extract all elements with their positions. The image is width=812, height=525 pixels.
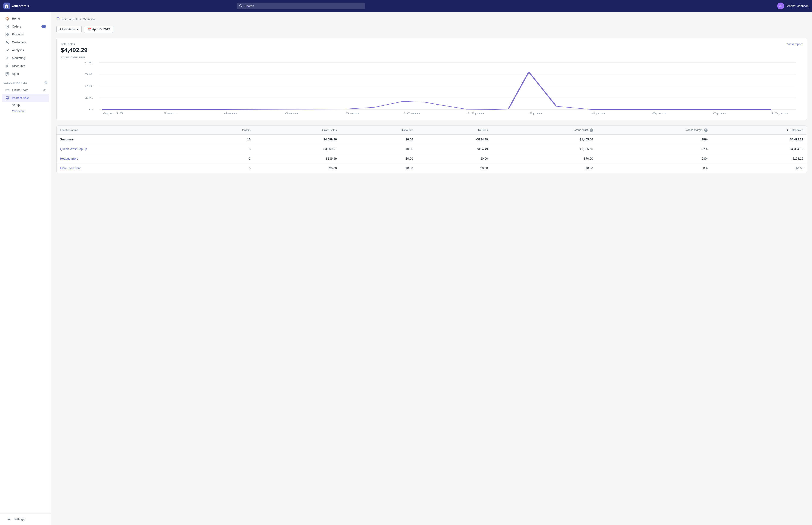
chart-svg: 4K 3K 2K 1K 0 Apr 15 2am 4am 6am 8am 10a… (61, 60, 802, 116)
row-0-total-sales: $4,334.10 (711, 144, 807, 154)
view-report-link[interactable]: View report (787, 43, 802, 46)
sidebar-sub-overview[interactable]: Overview (2, 108, 49, 114)
date-filter[interactable]: 📅 Apr. 15, 2019 (84, 26, 113, 33)
location-filter[interactable]: All locations ▾ (56, 26, 82, 33)
summary-gross-margin: 38% (596, 134, 711, 144)
top-nav: Your store ▾ JJ Jennifer Johnson (0, 0, 812, 12)
sidebar-item-analytics[interactable]: Analytics (2, 46, 49, 54)
avatar-image: JJ (777, 3, 784, 10)
svg-rect-13 (8, 72, 9, 74)
sidebar-item-discounts[interactable]: Discounts (2, 62, 49, 70)
total-sales-label: Total sales (61, 43, 88, 46)
row-2-returns: $0.00 (417, 163, 491, 173)
marketing-icon (5, 56, 10, 60)
svg-rect-4 (6, 33, 7, 34)
row-2-gross-sales: $0.00 (254, 163, 340, 173)
table-row: Queen West Pop-up 8 $3,959.97 $0.00 -$12… (57, 144, 807, 154)
summary-label: Summary (57, 134, 192, 144)
sidebar-label-apps: Apps (12, 72, 19, 76)
online-store-eye-icon[interactable]: 👁 (43, 88, 46, 92)
add-sales-channel-icon[interactable]: ⊕ (44, 80, 48, 85)
elgin-storefront-link[interactable]: Elgin Storefront (60, 166, 81, 170)
svg-rect-7 (8, 34, 9, 36)
svg-rect-6 (6, 34, 7, 36)
orders-badge: 4 (41, 25, 46, 28)
gross-margin-help-icon[interactable]: ? (704, 129, 708, 132)
sidebar-label-home: Home (12, 17, 20, 20)
svg-text:2am: 2am (163, 112, 177, 115)
user-avatar[interactable]: JJ Jennifer Johnson (777, 3, 809, 10)
row-1-discounts: $0.00 (340, 154, 417, 163)
row-1-total-sales: $158.19 (711, 154, 807, 163)
svg-rect-14 (6, 74, 7, 75)
settings-label: Settings (14, 518, 25, 521)
row-0-location: Queen West Pop-up (57, 144, 192, 154)
svg-rect-17 (6, 97, 9, 99)
breadcrumb-current: Overview (83, 17, 95, 21)
sidebar-label-customers: Customers (12, 41, 27, 44)
user-name: Jennifer Johnson (786, 4, 809, 8)
svg-text:4am: 4am (224, 112, 237, 115)
col-gross-margin: Gross margin ? (596, 126, 711, 134)
store-logo (3, 3, 10, 10)
breadcrumb-separator: / (80, 17, 81, 21)
sidebar-item-marketing[interactable]: Marketing (2, 54, 49, 62)
row-2-gross-margin: 0% (596, 163, 711, 173)
col-location: Location name (57, 126, 192, 134)
gross-profit-help-icon[interactable]: ? (590, 129, 593, 132)
svg-text:6am: 6am (285, 112, 299, 115)
sidebar-sub-setup[interactable]: Setup (2, 102, 49, 108)
sales-table: Location name Orders Gross sales Discoun… (57, 126, 807, 173)
svg-rect-15 (6, 89, 9, 91)
headquarters-link[interactable]: Headquarters (60, 157, 78, 160)
sidebar-label-discounts: Discounts (12, 64, 25, 68)
svg-rect-21 (57, 17, 59, 19)
online-store-icon (5, 88, 10, 92)
sidebar-item-orders[interactable]: Orders 4 (2, 22, 49, 30)
sidebar-item-home[interactable]: 🏠 Home (2, 15, 49, 22)
search-input[interactable] (237, 3, 365, 10)
summary-gross-profit: $1,405.50 (491, 134, 596, 144)
chart-label: SALES OVER TIME (61, 56, 802, 59)
sidebar-item-point-of-sale[interactable]: Point of Sale (2, 94, 49, 102)
row-2-discounts: $0.00 (340, 163, 417, 173)
sidebar-item-settings[interactable]: Settings (3, 515, 48, 523)
svg-point-10 (8, 66, 8, 67)
sidebar-item-customers[interactable]: Customers (2, 39, 49, 46)
row-0-gross-profit: $1,335.50 (491, 144, 596, 154)
svg-point-8 (6, 41, 8, 43)
settings-icon (7, 517, 11, 521)
sales-channels-section: SALES CHANNELS ⊕ (0, 78, 51, 86)
apps-icon (5, 72, 10, 76)
store-chevron: ▾ (28, 4, 29, 8)
col-orders: Orders (192, 126, 254, 134)
location-filter-label: All locations (60, 28, 76, 31)
breadcrumb: Point of Sale / Overview (56, 17, 807, 21)
nav-items: 🏠 Home Orders 4 Products Custo (0, 15, 51, 78)
sidebar-settings: Settings (0, 513, 51, 525)
sidebar-item-apps[interactable]: Apps (2, 70, 49, 78)
sidebar-item-online-store[interactable]: Online Store 👁 (2, 86, 49, 94)
summary-total-sales: $4,492.29 (711, 134, 807, 144)
svg-text:8am: 8am (345, 112, 359, 115)
svg-text:4pm: 4pm (591, 112, 605, 115)
layout: 🏠 Home Orders 4 Products Custo (0, 0, 812, 525)
chart-section: SALES OVER TIME 4K 3K 2K 1K (57, 56, 807, 120)
sidebar: 🏠 Home Orders 4 Products Custo (0, 12, 51, 525)
sidebar-item-products[interactable]: Products (2, 31, 49, 38)
store-name-label: Your store (12, 4, 26, 8)
table-row-summary: Summary 10 $4,099.96 $0.00 -$124.49 $1,4… (57, 134, 807, 144)
home-icon: 🏠 (5, 16, 10, 21)
svg-text:8pm: 8pm (713, 112, 727, 115)
col-gross-profit: Gross profit ? (491, 126, 596, 134)
store-name[interactable]: Your store ▾ (3, 3, 29, 10)
location-chevron-icon: ▾ (77, 28, 78, 31)
queen-west-link[interactable]: Queen West Pop-up (60, 147, 87, 151)
col-returns: Returns (417, 126, 491, 134)
summary-orders: 10 (192, 134, 254, 144)
svg-text:4K: 4K (84, 61, 93, 64)
col-gross-sales: Gross sales (254, 126, 340, 134)
sales-card: Total sales $4,492.29 View report SALES … (56, 38, 807, 120)
breadcrumb-pos-link[interactable]: Point of Sale (61, 17, 78, 21)
chart-container: 4K 3K 2K 1K 0 Apr 15 2am 4am 6am 8am 10a… (61, 60, 802, 116)
